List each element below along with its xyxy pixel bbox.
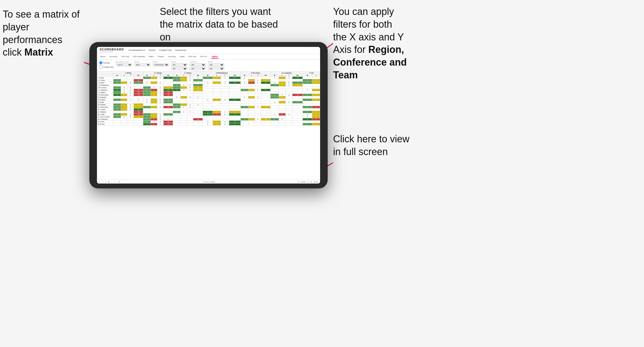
view-original[interactable]: 📋 View: Original <box>203 181 215 183</box>
matrix-cell <box>261 91 270 94</box>
player-name-cell: 13. J Skov Olsen <box>97 106 113 108</box>
settings-icon[interactable]: ⚙ <box>119 181 120 183</box>
view-full-radio[interactable] <box>99 61 103 65</box>
tab-h2h-grid[interactable]: H2H Grid <box>121 55 130 59</box>
matrix-cell: 1 <box>113 108 121 111</box>
max-players-select[interactable]: Top 25 <box>116 63 132 66</box>
zoom-out-icon[interactable]: − <box>111 181 112 183</box>
matrix-cell <box>279 86 285 89</box>
view-compact-radio[interactable] <box>99 65 103 69</box>
matrix-cell: 0 <box>143 82 151 84</box>
matrix-cell: 1 <box>303 106 312 108</box>
sub-l6: L <box>279 74 285 77</box>
tab-players[interactable]: Players <box>157 55 165 59</box>
matrix-cell <box>241 104 248 106</box>
matrix-cell: 1 <box>173 86 181 89</box>
matrix-cell <box>113 121 121 123</box>
region-select2[interactable]: N/A <box>171 67 187 70</box>
conference-select2[interactable]: (All) <box>190 67 206 70</box>
expand-icon[interactable]: ⊞ <box>108 181 109 183</box>
matrix-cell <box>261 104 270 106</box>
matrix-cell <box>271 86 279 89</box>
tab-detail[interactable]: Detail <box>179 55 185 59</box>
nav-committee[interactable]: COMMITTEE <box>159 49 172 52</box>
matrix-cell <box>271 121 279 123</box>
matrix-cell <box>241 111 248 113</box>
matrix-cell <box>279 104 285 106</box>
table-row: 6. C Lamprecht300-1624124300-5110601 <box>97 89 320 91</box>
sub-dif2: Dif <box>163 74 173 77</box>
matrix-cell <box>303 91 312 94</box>
share-label[interactable]: Share <box>314 181 318 183</box>
matrix-cell: 24 <box>163 89 173 91</box>
matrix-cell: 0 <box>303 89 312 91</box>
refresh-icon[interactable]: ⟳ <box>105 181 106 183</box>
matrix-cell <box>213 79 221 82</box>
tab-h2h-grid2[interactable]: H2H Grid <box>187 55 197 59</box>
region-select[interactable]: N/A <box>171 63 187 66</box>
matrix-cell: 0 <box>181 84 187 86</box>
matrix-cell: 1 <box>121 113 127 116</box>
zoom-reset-icon[interactable]: □ <box>114 181 115 183</box>
col-header-4: 4. M Thorbjornsen <box>203 72 241 74</box>
gender-select[interactable]: Men's <box>134 63 151 66</box>
matrix-cell <box>292 111 303 113</box>
matrix-cell: 0 <box>157 99 163 101</box>
matrix-cell <box>312 101 320 104</box>
sub-w1: W <box>113 74 121 77</box>
sub-t6: T <box>285 74 292 77</box>
conference-label: Conference <box>190 61 206 63</box>
conference-select1[interactable]: (All) <box>190 63 206 66</box>
tab-summary[interactable]: Summary <box>109 55 118 59</box>
player-name-cell: 8. P Summerhays <box>97 94 113 96</box>
view-full-label[interactable]: Full View <box>99 61 114 65</box>
matrix-cell <box>157 79 163 82</box>
matrix-cell: 1 <box>157 106 163 108</box>
matrix-cell: 0 <box>241 77 248 79</box>
division-select[interactable]: NCAA Division I <box>153 63 169 66</box>
matrix-cell <box>203 108 213 111</box>
matrix-cell <box>292 113 303 116</box>
tab-h2hhe[interactable]: H2H He... <box>199 55 209 59</box>
matrix-cell <box>113 101 121 104</box>
nav-teams[interactable]: TEAMS <box>148 49 156 52</box>
matrix-container[interactable]: 1. W Ding 2. L Clanton 3. J Koivun 4. M … <box>97 72 320 180</box>
fullscreen-icon[interactable]: ⛶ <box>307 181 309 183</box>
player-name-cell: 18. C Sherwood <box>97 118 113 121</box>
main-nav: TOURNAMENTS TEAMS COMMITTEE RANKINGS <box>128 49 186 52</box>
tab-summary2[interactable]: Summary <box>167 55 177 59</box>
matrix-cell: 1 <box>248 89 255 91</box>
matrix-cell <box>285 123 292 126</box>
tab-matrix2[interactable]: Matrix <box>211 55 219 59</box>
matrix-cell: 1 <box>213 123 221 126</box>
matrix-cell: 0 <box>157 101 163 104</box>
tab-teams[interactable]: Teams <box>99 55 106 59</box>
redo-icon[interactable]: ↪ <box>102 181 103 183</box>
matrix-cell: 1 <box>213 121 221 123</box>
players-select1[interactable]: (All) <box>208 63 224 66</box>
matrix-cell <box>271 106 279 108</box>
matrix-content: 1. W Ding 2. L Clanton 3. J Koivun 4. M … <box>97 72 320 180</box>
sub-t3: T <box>187 74 193 77</box>
matrix-cell <box>181 116 187 118</box>
nav-rankings[interactable]: RANKINGS <box>175 49 187 52</box>
watch-icon[interactable]: 👁 <box>298 181 300 183</box>
matrix-cell <box>113 123 121 126</box>
nav-tournaments[interactable]: TOURNAMENTS <box>128 49 145 52</box>
grid-icon[interactable]: ⊞ <box>311 181 312 183</box>
matrix-cell: 2 <box>312 111 320 113</box>
undo-icon[interactable]: ↩ <box>99 181 100 183</box>
zoom-in-icon[interactable]: + <box>116 181 117 183</box>
view-compact-label[interactable]: Compact View <box>99 65 114 69</box>
matrix-cell <box>279 121 285 123</box>
players-select2[interactable]: (All) <box>208 67 224 70</box>
matrix-cell <box>292 89 303 91</box>
matrix-cell: 2 <box>151 91 157 94</box>
watch-label[interactable]: Watch <box>301 181 306 183</box>
tab-matrix[interactable]: Matrix <box>148 55 155 59</box>
matrix-cell: 0 <box>127 113 134 116</box>
table-row: 3. J Koivun11020100101304011010312 <box>97 82 320 84</box>
matrix-cell: 1 <box>127 99 134 101</box>
tab-h2h-heatmap[interactable]: H2H Heatmap <box>132 55 146 59</box>
matrix-cell <box>151 108 157 111</box>
